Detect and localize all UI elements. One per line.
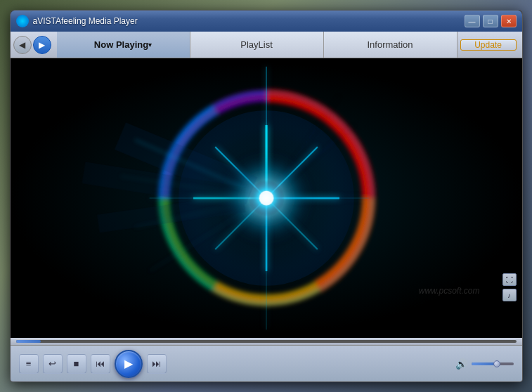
previous-button[interactable]: ⏮ — [91, 354, 110, 374]
nav-bar: ◀ ▶ Now Playing PlayList Information Upd… — [11, 32, 522, 58]
window-controls: — □ ✕ — [465, 15, 517, 27]
window-title: aVISTAfeeling Media Player — [33, 16, 465, 26]
expand-button[interactable]: ⛶ — [502, 273, 517, 286]
tab-now-playing[interactable]: Now Playing — [57, 32, 190, 58]
back-button[interactable]: ◀ — [13, 36, 32, 54]
next-button[interactable]: ⏭ — [147, 354, 167, 374]
volume-knob[interactable] — [493, 360, 500, 367]
controls-bar: ≡ ↩ ■ ⏮ ▶ ⏭ 🔊 — [11, 345, 522, 381]
progress-track[interactable] — [16, 340, 517, 343]
svg-point-24 — [259, 191, 273, 206]
volume-icon: 🔊 — [455, 358, 467, 370]
corner-icons: ⛶ ♪ — [502, 273, 517, 301]
tab-information[interactable]: Information — [324, 32, 458, 58]
nav-arrows: ◀ ▶ — [13, 36, 51, 54]
repeat-button[interactable]: ↩ — [43, 354, 63, 374]
visualizer — [11, 58, 522, 338]
update-button[interactable]: Update — [460, 39, 517, 51]
forward-button[interactable]: ▶ — [33, 36, 51, 54]
stop-button[interactable]: ■ — [67, 354, 86, 374]
nav-tabs: Now Playing PlayList Information — [57, 32, 458, 58]
progress-area[interactable] — [11, 338, 522, 345]
minimize-button[interactable]: — — [465, 15, 480, 27]
settings-corner-button[interactable]: ♪ — [502, 289, 517, 301]
visualizer-svg — [11, 58, 522, 338]
video-area: ⛶ ♪ www.pcsoft.com — [11, 58, 522, 338]
title-bar: aVISTAfeeling Media Player — □ ✕ — [11, 11, 522, 32]
playlist-button[interactable]: ≡ — [19, 354, 39, 374]
play-button[interactable]: ▶ — [115, 350, 143, 378]
watermark: www.pcsoft.com — [419, 286, 480, 296]
close-button[interactable]: ✕ — [501, 15, 517, 27]
maximize-button[interactable]: □ — [483, 15, 498, 27]
tab-playlist[interactable]: PlayList — [190, 32, 324, 58]
progress-fill — [16, 340, 41, 343]
volume-slider[interactable] — [472, 362, 514, 365]
app-icon — [16, 15, 29, 27]
media-player-window: aVISTAfeeling Media Player — □ ✕ ◀ ▶ Now… — [10, 10, 523, 382]
